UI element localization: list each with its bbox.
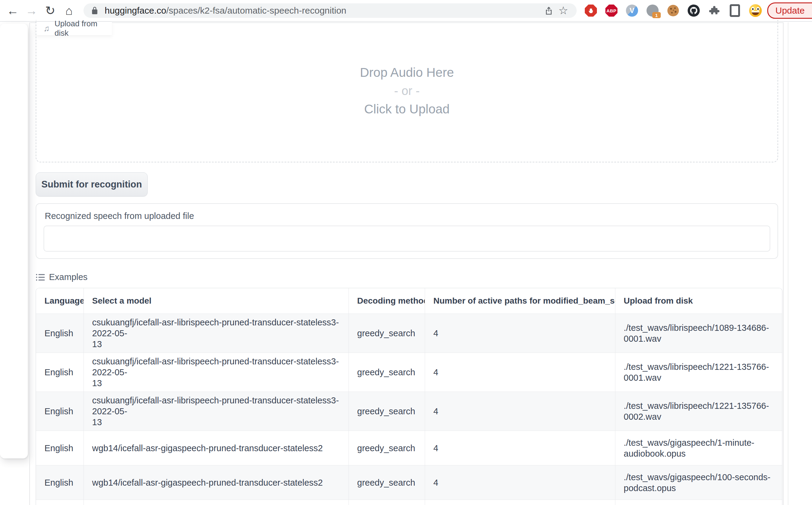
content-left-border [29, 22, 30, 505]
submit-button[interactable]: Submit for recognition [36, 172, 148, 197]
sidepanel-extension-icon[interactable] [728, 4, 741, 17]
table-cell[interactable]: csukuangfj/icefall-asr-librispeech-prune… [84, 353, 349, 392]
table-cell[interactable]: ./test_wavs/gigaspeech/1-minute- audiobo… [615, 431, 782, 465]
lock-icon[interactable] [90, 6, 99, 15]
emoji-extension-icon[interactable] [749, 4, 762, 17]
share-icon[interactable] [542, 3, 556, 18]
left-panel [0, 24, 28, 459]
extensions-puzzle-icon[interactable] [708, 4, 721, 17]
table-cell[interactable]: English [36, 353, 84, 392]
table-row[interactable]: Englishwgb14/icefall-asr-gigaspeech-prun… [36, 431, 782, 465]
github-extension-icon[interactable] [687, 4, 700, 17]
output-label: Recognized speech from uploaded file [45, 211, 194, 221]
table-cell[interactable]: ./test_wavs/librispeech/1221-135766-0002… [615, 392, 782, 431]
table-cell[interactable]: greedy_search [349, 314, 425, 353]
back-icon[interactable]: ← [5, 3, 21, 18]
table-cell[interactable]: csukuangfj/icefall-asr-librispeech-prune… [84, 392, 349, 431]
audio-dropzone[interactable]: Drop Audio Here - or - Click to Upload [36, 20, 778, 162]
dropzone-line1: Drop Audio Here [360, 65, 454, 80]
examples-table: LanguageSelect a modelDecoding methodNum… [36, 288, 782, 505]
table-cell[interactable]: wgb14/icefall-asr-gigaspeech-pruned-tran… [84, 431, 349, 465]
table-cell[interactable]: ./test_wavs/librispeech/1089-134686-0001… [615, 314, 782, 353]
examples-header: Examples [36, 272, 88, 282]
table-cell[interactable]: English [36, 392, 84, 431]
output-textbox[interactable] [43, 225, 770, 251]
table-cell[interactable]: English [36, 314, 84, 353]
table-cell[interactable]: English [36, 465, 84, 500]
browser-toolbar: ← → ↻ ⌂ huggingface.co/spaces/k2-fsa/aut… [0, 0, 812, 22]
vimium-label: V [630, 6, 635, 15]
kebab-menu-icon[interactable]: ⋮ [808, 6, 812, 15]
table-row[interactable]: Englishwgb14/icefall-asr-gigaspeech-prun… [36, 465, 782, 500]
update-label: Update [775, 5, 805, 16]
table-cell[interactable]: greedy_search [349, 500, 425, 505]
submit-label: Submit for recognition [41, 179, 142, 190]
table-cell[interactable]: ./test_wavs/gigaspeech/100-seconds- yout… [615, 500, 782, 505]
dropzone-line3: Click to Upload [364, 102, 449, 117]
table-cell[interactable]: greedy_search [349, 392, 425, 431]
reload-icon[interactable]: ↻ [42, 3, 58, 18]
vimium-extension-icon[interactable]: V [626, 4, 638, 17]
table-cell[interactable]: 4 [425, 500, 615, 505]
notification-extension-icon[interactable]: 1 [646, 4, 659, 17]
table-cell[interactable]: csukuangfj/icefall-asr-librispeech-prune… [84, 314, 349, 353]
table-row[interactable]: Englishcsukuangfj/icefall-asr-librispeec… [36, 353, 782, 392]
table-cell[interactable]: greedy_search [349, 353, 425, 392]
table-cell[interactable]: ./test_wavs/librispeech/1221-135766-0001… [615, 353, 782, 392]
url-path: /spaces/k2-fsa/automatic-speech-recognit… [166, 5, 347, 15]
url-text[interactable]: huggingface.co/spaces/k2-fsa/automatic-s… [105, 5, 347, 16]
table-cell[interactable]: 4 [425, 392, 615, 431]
list-icon [36, 273, 45, 282]
table-cell[interactable]: greedy_search [349, 465, 425, 500]
abp-label: ABP [606, 8, 616, 13]
cookie-extension-icon[interactable] [667, 4, 679, 17]
browser-window: ← → ↻ ⌂ huggingface.co/spaces/k2-fsa/aut… [0, 0, 812, 505]
bookmark-star-icon[interactable]: ☆ [556, 3, 571, 18]
page-content: ♫ Upload from disk Drop Audio Here - or … [0, 22, 812, 505]
table-header-cell: Decoding method [349, 288, 425, 314]
adblock-extension-icon[interactable] [584, 4, 597, 17]
table-cell[interactable]: 4 [425, 314, 615, 353]
table-row[interactable]: Englishwgb14/icefall-asr-gigaspeech-prun… [36, 500, 782, 505]
table-cell[interactable]: greedy_search [349, 431, 425, 465]
table-cell[interactable]: ./test_wavs/gigaspeech/100-seconds- podc… [615, 465, 782, 500]
table-header-cell: Language [36, 288, 84, 314]
extensions-row: ABP V 1 [584, 4, 762, 17]
scrollbar-track [788, 22, 788, 505]
output-card: Recognized speech from uploaded file [36, 203, 778, 259]
table-cell[interactable]: English [36, 500, 84, 505]
table-header-row: LanguageSelect a modelDecoding methodNum… [36, 288, 782, 314]
table-cell[interactable]: 4 [425, 431, 615, 465]
url-domain: huggingface.co [105, 5, 166, 15]
table-cell[interactable]: wgb14/icefall-asr-gigaspeech-pruned-tran… [84, 500, 349, 505]
table-cell[interactable]: English [36, 431, 84, 465]
forward-icon[interactable]: → [24, 3, 39, 18]
extension-badge: 1 [652, 12, 661, 18]
content-right-border [783, 22, 784, 505]
table-header-cell: Number of active paths for modified_beam… [425, 288, 615, 314]
dropzone-line2: - or - [394, 84, 420, 98]
table-cell[interactable]: 4 [425, 353, 615, 392]
table-row[interactable]: Englishcsukuangfj/icefall-asr-librispeec… [36, 314, 782, 353]
table-row[interactable]: Englishcsukuangfj/icefall-asr-librispeec… [36, 392, 782, 431]
home-icon[interactable]: ⌂ [61, 3, 77, 18]
table-cell[interactable]: wgb14/icefall-asr-gigaspeech-pruned-tran… [84, 465, 349, 500]
examples-label: Examples [49, 272, 88, 282]
table-header-cell: Select a model [84, 288, 349, 314]
chrome-update-button[interactable]: Update ⋮ [767, 2, 812, 19]
table-header-cell: Upload from disk [615, 288, 782, 314]
table-cell[interactable]: 4 [425, 465, 615, 500]
adblock-plus-extension-icon[interactable]: ABP [605, 4, 618, 17]
address-bar[interactable]: huggingface.co/spaces/k2-fsa/automatic-s… [84, 3, 577, 18]
